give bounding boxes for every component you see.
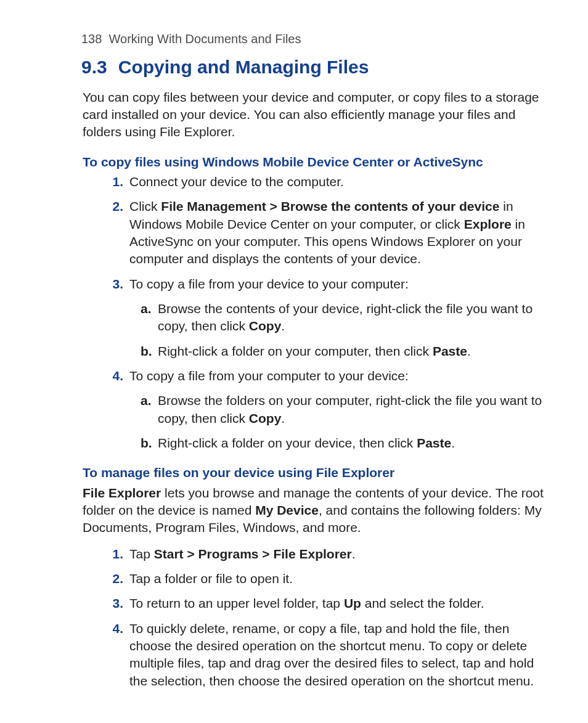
bold-text: Paste [417,436,451,450]
list-item: 2. Tap a folder or file to open it. [105,570,542,587]
list-item: 3. To copy a file from your device to yo… [105,276,542,360]
list-text: To return to an upper level folder, tap … [129,596,484,610]
list-marker: 4. [105,367,123,385]
list-item: 2. Click File Management > Browse the co… [105,198,542,268]
list-item: 4. To copy a file from your computer to … [105,367,542,452]
list-text: To copy a file from your computer to you… [129,369,409,383]
procedure-2-intro: File Explorer lets you browse and manage… [83,484,545,537]
bold-text: Paste [433,344,467,358]
list-text: Tap a folder or file to open it. [129,571,293,586]
bold-text: File Management > Browse the contents of… [161,199,499,213]
list-text: Click File Management > Browse the conte… [129,199,525,266]
bold-text: Copy [249,411,282,425]
list-text: Browse the contents of your device, righ… [158,301,533,333]
procedure-2-heading: To manage files on your device using Fil… [83,464,545,481]
bold-text: Copy [249,319,282,333]
section-heading: 9.3Copying and Managing Files [81,55,557,80]
text-run: Right-click a folder on your device, the… [158,436,417,450]
section-number: 9.3 [81,55,107,80]
procedure-1-list: 1. Connect your device to the computer. … [105,173,542,452]
text-run: . [281,411,285,425]
document-page: 138 Working With Documents and Files 9.3… [0,0,588,723]
text-run: Tap [129,547,154,561]
list-text: Right-click a folder on your device, the… [158,436,455,450]
list-marker: 4. [105,620,123,637]
section-title: Copying and Managing Files [118,57,369,77]
list-marker: a. [141,392,154,409]
list-item: b. Right-click a folder on your device, … [141,435,542,452]
list-item: 4. To quickly delete, rename, or copy a … [105,620,542,690]
list-marker: 3. [105,276,123,293]
chapter-title: Working With Documents and Files [109,32,301,46]
running-header: 138 Working With Documents and Files [81,31,557,47]
list-marker: 1. [105,173,123,190]
bold-text: File Explorer [83,486,161,500]
list-item: a. Browse the contents of your device, r… [141,300,542,335]
text-run: and select the folder. [361,596,484,610]
text-run: . [281,319,285,333]
list-text: To quickly delete, rename, or copy a fil… [129,621,534,688]
list-marker: a. [141,300,154,317]
text-run: Right-click a folder on your computer, t… [158,344,433,358]
text-run: . [467,344,471,358]
text-run: To return to an upper level folder, tap [129,596,344,610]
section-intro: You can copy files between your device a… [83,89,545,141]
text-run: Click [129,199,161,213]
list-item: 1. Tap Start > Programs > File Explorer. [105,545,542,563]
text-run: Browse the folders on your computer, rig… [158,393,542,425]
text-run: Browse the contents of your device, righ… [158,301,533,333]
sublist: a. Browse the folders on your computer, … [141,392,542,452]
list-marker: 2. [105,570,123,587]
list-text: Right-click a folder on your computer, t… [158,344,471,358]
list-item: 1. Connect your device to the computer. [105,173,542,190]
procedure-1-heading: To copy files using Windows Mobile Devic… [83,153,545,171]
list-item: a. Browse the folders on your computer, … [141,392,542,427]
list-marker: 1. [105,545,123,563]
sublist: a. Browse the contents of your device, r… [141,300,542,360]
bold-text: Start > Programs > File Explorer [154,547,352,561]
page-number: 138 [81,32,102,46]
list-text: To copy a file from your device to your … [129,277,409,291]
bold-text: Explore [464,217,512,231]
list-marker: b. [141,435,154,452]
list-text: Connect your device to the computer. [129,174,344,189]
text-run: . [451,436,455,450]
list-marker: 2. [105,198,123,215]
text-run: . [352,547,356,561]
procedure-2-list: 1. Tap Start > Programs > File Explorer.… [105,545,542,690]
list-marker: b. [141,343,154,360]
list-marker: 3. [105,595,123,612]
bold-text: My Device [255,503,319,517]
bold-text: Up [344,596,361,610]
list-text: Tap Start > Programs > File Explorer. [129,547,356,561]
list-text: Browse the folders on your computer, rig… [158,393,542,425]
list-item: b. Right-click a folder on your computer… [141,343,542,360]
list-item: 3. To return to an upper level folder, t… [105,595,542,612]
